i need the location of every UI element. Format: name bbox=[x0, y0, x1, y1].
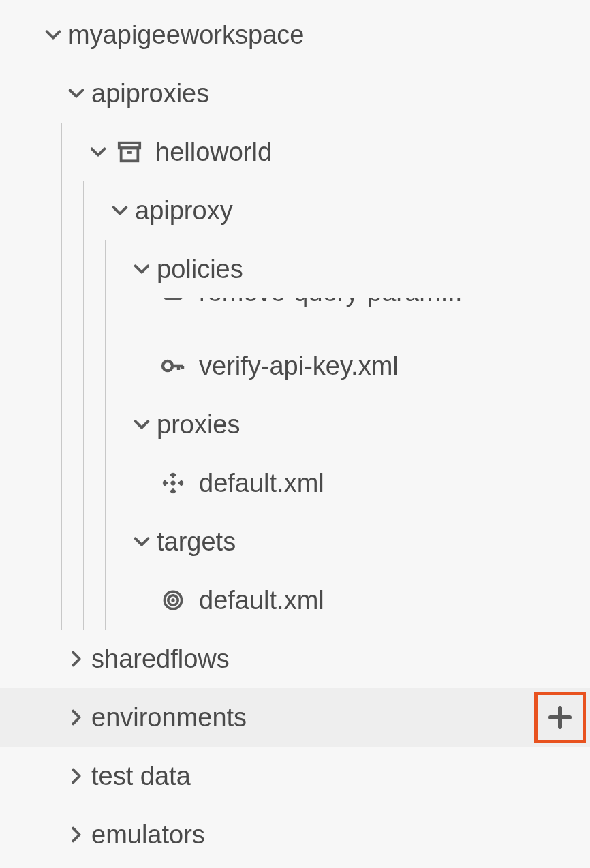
tree-item-emulators[interactable]: emulators bbox=[0, 805, 590, 864]
tree-label: environments bbox=[91, 703, 247, 732]
chevron-down-icon[interactable] bbox=[83, 142, 113, 161]
tree-label: emulators bbox=[91, 820, 205, 850]
chevron-down-icon[interactable] bbox=[127, 260, 157, 279]
chevron-down-icon[interactable] bbox=[61, 84, 91, 103]
move-icon bbox=[157, 471, 189, 495]
tree-label: default.xml bbox=[199, 586, 324, 615]
tree-label: apiproxy bbox=[135, 196, 233, 226]
tree-label: helloworld bbox=[155, 138, 272, 167]
tree-item-verify-api-key[interactable]: verify-api-key.xml bbox=[0, 337, 590, 395]
add-environment-button[interactable] bbox=[534, 692, 586, 743]
tree-item-targets-default[interactable]: default.xml bbox=[0, 571, 590, 630]
tree-item-sharedflows[interactable]: sharedflows bbox=[0, 630, 590, 688]
chevron-right-icon[interactable] bbox=[61, 825, 91, 844]
tree-item-policies[interactable]: policies bbox=[0, 240, 590, 298]
tree-label: sharedflows bbox=[91, 645, 230, 674]
tree-label: remove-query-param... bbox=[199, 298, 462, 307]
tree-item-proxies-default[interactable]: default.xml bbox=[0, 454, 590, 512]
tree-label: targets bbox=[157, 527, 236, 557]
tree-item-helloworld[interactable]: helloworld bbox=[0, 123, 590, 181]
chevron-down-icon[interactable] bbox=[105, 201, 135, 220]
tree-label: verify-api-key.xml bbox=[199, 352, 399, 381]
tree-item-apiproxy[interactable]: apiproxy bbox=[0, 181, 590, 240]
tree-item-myapigeeworkspace[interactable]: myapigeeworkspace bbox=[0, 5, 590, 64]
tree-label: default.xml bbox=[199, 469, 324, 498]
tree-item-testdata[interactable]: test data bbox=[0, 747, 590, 805]
tree-label: apiproxies bbox=[91, 79, 209, 108]
key-icon bbox=[157, 352, 189, 379]
chevron-down-icon[interactable] bbox=[127, 532, 157, 551]
tree-item-proxies[interactable]: proxies bbox=[0, 395, 590, 454]
plus-icon bbox=[546, 704, 574, 731]
chevron-right-icon[interactable] bbox=[61, 766, 91, 786]
tree-label: myapigeeworkspace bbox=[68, 20, 304, 50]
policy-file-icon bbox=[157, 298, 189, 303]
chevron-down-icon[interactable] bbox=[127, 415, 157, 434]
tree-item-targets[interactable]: targets bbox=[0, 512, 590, 571]
tree-item-remove-query-param[interactable]: remove-query-param... bbox=[0, 298, 590, 337]
tree-label: proxies bbox=[157, 410, 240, 439]
tree-label: test data bbox=[91, 762, 191, 791]
target-icon bbox=[157, 588, 189, 613]
tree-item-environments[interactable]: environments bbox=[0, 688, 590, 747]
tree-label: policies bbox=[157, 255, 243, 284]
chevron-down-icon[interactable] bbox=[38, 25, 68, 44]
tree-item-apiproxies[interactable]: apiproxies bbox=[0, 64, 590, 123]
archive-icon bbox=[113, 139, 146, 165]
chevron-right-icon[interactable] bbox=[61, 649, 91, 668]
chevron-right-icon[interactable] bbox=[61, 708, 91, 727]
